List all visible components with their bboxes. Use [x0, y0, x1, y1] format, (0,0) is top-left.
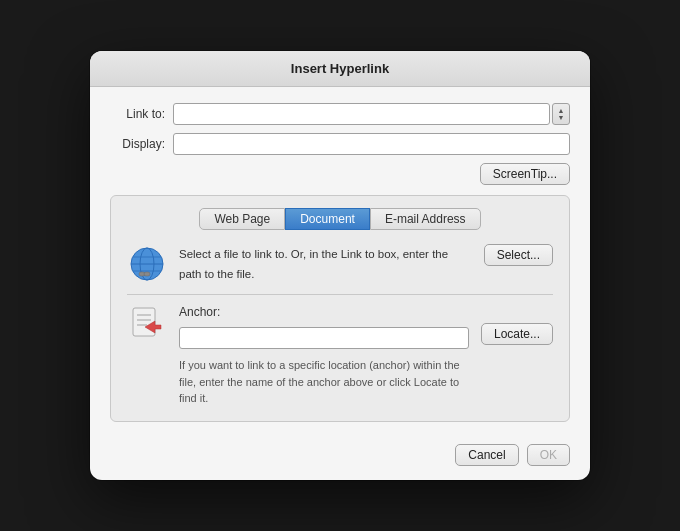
display-row: Display:	[110, 133, 570, 155]
link-to-row: Link to: ▲ ▼	[110, 103, 570, 125]
display-input[interactable]	[173, 133, 570, 155]
anchor-label: Anchor:	[179, 305, 469, 319]
screentip-button[interactable]: ScreenTip...	[480, 163, 570, 185]
display-label: Display:	[110, 137, 165, 151]
doc-icon-wrap	[127, 305, 167, 345]
dialog-title: Insert Hyperlink	[90, 51, 590, 87]
section-divider	[127, 294, 553, 295]
globe-icon-wrap	[127, 244, 167, 284]
screentip-row: ScreenTip...	[110, 163, 570, 185]
tab-document[interactable]: Document	[285, 208, 370, 230]
link-to-label: Link to:	[110, 107, 165, 121]
file-select-block: Select a file to link to. Or, in the Lin…	[127, 244, 553, 284]
anchor-input[interactable]	[179, 327, 469, 349]
svg-rect-7	[133, 308, 155, 336]
select-button-area: Select...	[484, 244, 553, 266]
display-input-wrap	[173, 133, 570, 155]
file-select-text-area: Select a file to link to. Or, in the Lin…	[179, 244, 472, 283]
link-to-input[interactable]	[173, 103, 550, 125]
tab-email[interactable]: E-mail Address	[370, 208, 481, 230]
link-to-spinner[interactable]: ▲ ▼	[552, 103, 570, 125]
locate-button-area: Locate...	[481, 305, 553, 345]
insert-hyperlink-dialog: Insert Hyperlink Link to: ▲ ▼ Display: S…	[90, 51, 590, 480]
file-select-description: Select a file to link to. Or, in the Lin…	[179, 246, 448, 279]
anchor-input-area: Anchor: If you want to link to a specifi…	[179, 305, 469, 407]
globe-icon	[129, 246, 165, 282]
dialog-body: Link to: ▲ ▼ Display: ScreenTip...	[90, 87, 590, 434]
link-to-input-wrap: ▲ ▼	[173, 103, 570, 125]
dialog-footer: Cancel OK	[90, 434, 590, 480]
cancel-button[interactable]: Cancel	[455, 444, 518, 466]
svg-rect-6	[144, 272, 150, 276]
doc-icon	[131, 307, 163, 343]
anchor-block: Anchor: If you want to link to a specifi…	[127, 305, 553, 407]
anchor-help-text: If you want to link to a specific locati…	[179, 357, 469, 407]
tabs-row: Web Page Document E-mail Address	[127, 208, 553, 230]
tabs-section: Web Page Document E-mail Address	[110, 195, 570, 422]
select-button[interactable]: Select...	[484, 244, 553, 266]
locate-button[interactable]: Locate...	[481, 323, 553, 345]
ok-button[interactable]: OK	[527, 444, 570, 466]
tab-web-page[interactable]: Web Page	[199, 208, 285, 230]
